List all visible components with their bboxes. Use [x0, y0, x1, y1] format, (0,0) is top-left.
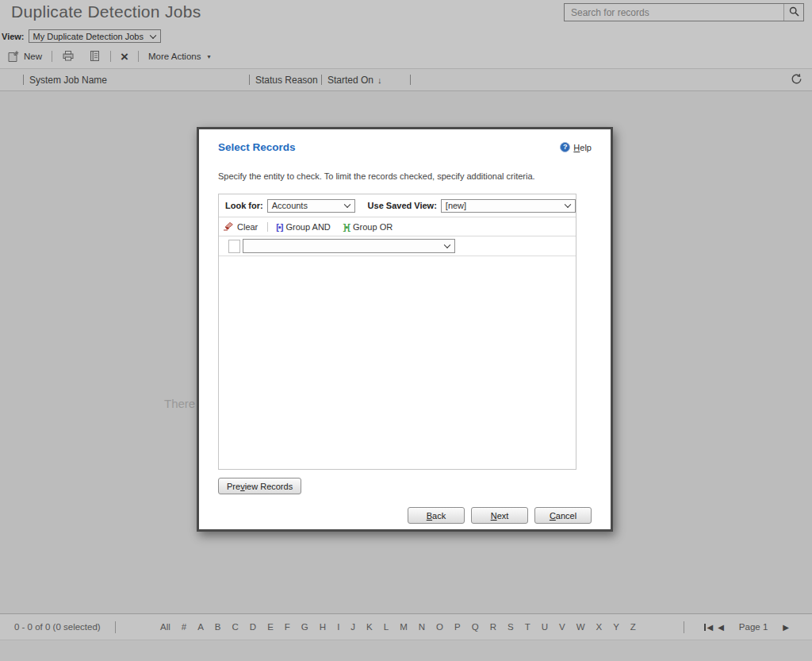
group-or-label: Group OR — [353, 222, 393, 232]
criteria-builder: Look for: Accounts Use Saved View: [new]… — [218, 194, 576, 470]
criteria-area — [219, 236, 576, 256]
saved-view-value: [new] — [446, 201, 466, 210]
clear-button[interactable]: Clear — [223, 221, 258, 233]
look-for-value: Accounts — [272, 201, 308, 210]
criteria-row — [219, 236, 576, 256]
group-or-button[interactable]: ]▪[ Group OR — [343, 222, 393, 232]
back-button[interactable]: Back — [408, 507, 465, 524]
look-for-select[interactable]: Accounts — [267, 199, 355, 213]
select-records-dialog: Select Records ? Help Specify the entity… — [197, 127, 613, 532]
help-link[interactable]: ? Help — [560, 142, 592, 152]
clear-icon — [223, 221, 234, 233]
chevron-down-icon — [444, 242, 450, 248]
saved-view-label: Use Saved View: — [368, 201, 437, 210]
chevron-down-icon — [343, 202, 350, 208]
dialog-description: Specify the entity to check. To limit th… — [218, 171, 592, 181]
preview-records-button[interactable]: Preview Records — [218, 478, 301, 494]
group-and-button[interactable]: [▪] Group AND — [276, 222, 330, 232]
clear-label: Clear — [237, 222, 258, 232]
saved-view-select[interactable]: [new] — [441, 199, 576, 213]
group-or-icon: ]▪[ — [343, 222, 350, 232]
app-window: Duplicate Detection Jobs View: My Duplic… — [0, 0, 812, 661]
cancel-button[interactable]: Cancel — [534, 507, 592, 524]
help-icon: ? — [560, 142, 570, 152]
group-and-icon: [▪] — [276, 222, 282, 232]
criteria-row-selector[interactable] — [228, 240, 240, 253]
dialog-footer: Back Next Cancel — [408, 507, 592, 524]
group-and-label: Group AND — [286, 222, 331, 232]
next-button[interactable]: Next — [471, 507, 528, 524]
look-for-label: Look for: — [225, 201, 263, 210]
chevron-down-icon — [565, 202, 571, 208]
help-label: Help — [573, 143, 592, 152]
criteria-field-select[interactable] — [243, 239, 455, 253]
toolbar-divider — [267, 222, 268, 232]
dialog-title: Select Records — [218, 141, 296, 153]
